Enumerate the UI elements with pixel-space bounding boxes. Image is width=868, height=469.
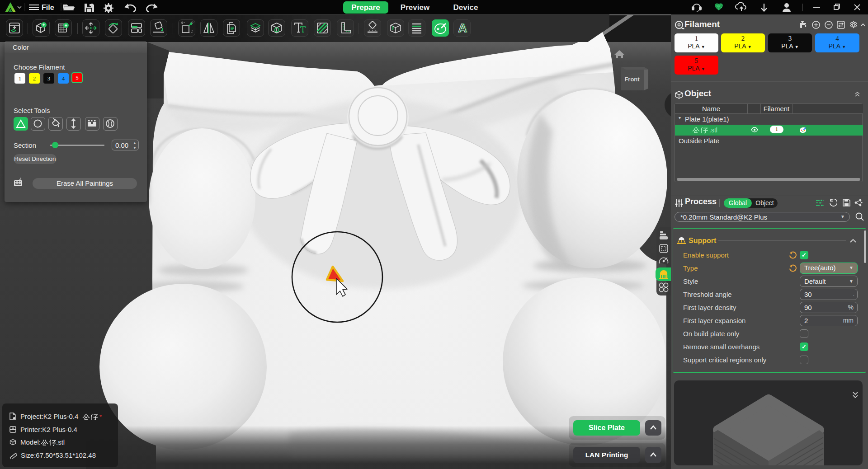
svg-text:Preview: Preview bbox=[401, 3, 430, 12]
svg-text:A: A bbox=[459, 21, 468, 35]
svg-text:Front: Front bbox=[624, 76, 640, 83]
svg-text:Device: Device bbox=[453, 3, 478, 12]
svg-text:.stl: .stl bbox=[709, 127, 717, 134]
svg-text:Prepare: Prepare bbox=[351, 3, 380, 12]
svg-text:File: File bbox=[42, 4, 54, 11]
